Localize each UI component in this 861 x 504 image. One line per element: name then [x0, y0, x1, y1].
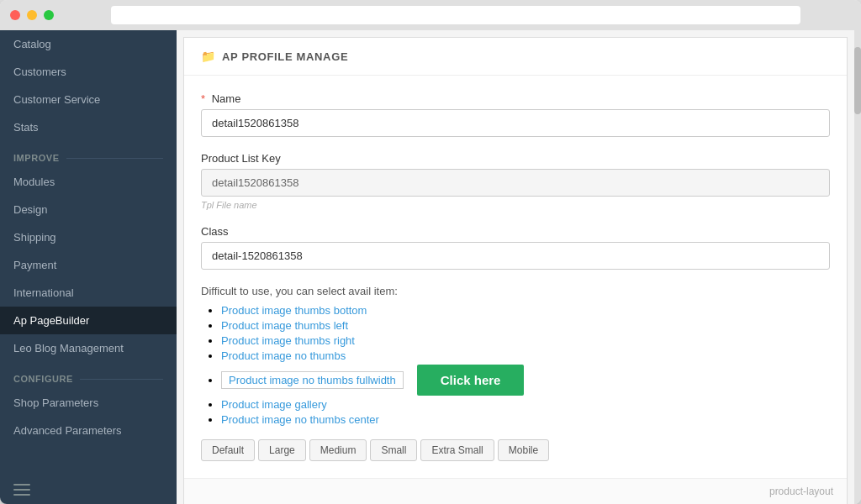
list-item-highlighted: Product image no thumbs fullwidth Click … [221, 365, 830, 396]
thumbs-bottom-link[interactable]: Product image thumbs bottom [221, 304, 367, 317]
no-thumbs-link[interactable]: Product image no thumbs [221, 349, 346, 362]
required-star: * [201, 92, 205, 105]
sidebar-item-customers[interactable]: Customers [0, 58, 177, 86]
size-btn-medium[interactable]: Medium [309, 439, 367, 461]
size-btn-default[interactable]: Default [201, 439, 255, 461]
sidebar-item-stats[interactable]: Stats [0, 113, 177, 141]
list-item: Product image gallery [221, 398, 830, 411]
sidebar-item-design[interactable]: Design [0, 196, 177, 223]
sidebar-section-improve: IMPROVE [0, 141, 177, 168]
list-item: Product image thumbs bottom [221, 304, 830, 317]
scrollbar-track[interactable] [854, 30, 861, 504]
tpl-hint: Tpl File name [201, 200, 830, 210]
content-panel: 📁 AP PROFILE MANAGE * Name Product [183, 37, 848, 504]
maximize-button[interactable] [44, 10, 54, 20]
minimize-button[interactable] [27, 10, 37, 20]
thumbs-right-link[interactable]: Product image thumbs right [221, 334, 355, 347]
avail-text: Difficult to use, you can select avail i… [201, 285, 830, 297]
titlebar [0, 0, 861, 30]
sidebar-toggle[interactable] [0, 475, 177, 504]
list-item: Product image thumbs right [221, 334, 830, 347]
no-thumbs-center-link[interactable]: Product image no thumbs center [221, 413, 379, 426]
sidebar-item-ap-pagebuilder[interactable]: Ap PageBuilder [0, 307, 177, 334]
address-bar[interactable] [111, 6, 800, 24]
hamburger-icon [13, 484, 30, 496]
name-form-group: * Name [201, 92, 830, 137]
name-input[interactable] [201, 109, 830, 137]
sidebar-item-modules[interactable]: Modules [0, 168, 177, 196]
sidebar-item-leo-blog[interactable]: Leo Blog Management [0, 334, 177, 362]
product-list-key-input[interactable] [201, 169, 830, 197]
sidebar: Catalog Customers Customer Service Stats… [0, 30, 177, 504]
list-item: Product image thumbs left [221, 319, 830, 332]
panel-title: AP PROFILE MANAGE [222, 50, 348, 63]
avail-list: Product image thumbs bottom Product imag… [201, 304, 830, 426]
product-list-key-label: Product List Key [201, 152, 830, 165]
sidebar-section-configure: CONFIGURE [0, 362, 177, 389]
class-input[interactable] [201, 242, 830, 270]
folder-icon: 📁 [201, 50, 215, 63]
scrollbar-thumb[interactable] [854, 47, 861, 114]
no-thumbs-fullwidth-link[interactable]: Product image no thumbs fullwidth [221, 371, 404, 389]
main-content: 📁 AP PROFILE MANAGE * Name Product [177, 30, 854, 504]
size-buttons: Default Large Medium Small Extra Small M… [201, 439, 830, 461]
sidebar-item-international[interactable]: International [0, 279, 177, 307]
close-button[interactable] [10, 10, 20, 20]
bottom-bar: product-layout [184, 478, 847, 504]
name-label: * Name [201, 92, 830, 105]
sidebar-item-shipping[interactable]: Shipping [0, 223, 177, 251]
sidebar-item-catalog[interactable]: Catalog [0, 30, 177, 58]
app-window: Catalog Customers Customer Service Stats… [0, 0, 861, 504]
app-body: Catalog Customers Customer Service Stats… [0, 30, 861, 504]
sidebar-item-payment[interactable]: Payment [0, 251, 177, 279]
panel-header: 📁 AP PROFILE MANAGE [184, 38, 847, 76]
class-label: Class [201, 225, 830, 238]
product-list-key-form-group: Product List Key Tpl File name [201, 152, 830, 210]
sidebar-item-advanced-parameters[interactable]: Advanced Parameters [0, 417, 177, 444]
list-item: Product image no thumbs [221, 349, 830, 362]
size-btn-mobile[interactable]: Mobile [498, 439, 549, 461]
panel-body: * Name Product List Key Tpl File name Cl… [184, 76, 847, 478]
size-btn-small[interactable]: Small [370, 439, 417, 461]
list-item: Product image no thumbs center [221, 413, 830, 426]
click-here-button[interactable]: Click here [417, 365, 525, 396]
avail-section: Difficult to use, you can select avail i… [201, 285, 830, 426]
sidebar-item-customer-service[interactable]: Customer Service [0, 86, 177, 113]
bottom-label: product-layout [769, 486, 833, 497]
size-btn-large[interactable]: Large [258, 439, 306, 461]
gallery-link[interactable]: Product image gallery [221, 398, 327, 411]
size-btn-extra-small[interactable]: Extra Small [420, 439, 494, 461]
class-form-group: Class [201, 225, 830, 270]
sidebar-item-shop-parameters[interactable]: Shop Parameters [0, 389, 177, 417]
thumbs-left-link[interactable]: Product image thumbs left [221, 319, 348, 332]
